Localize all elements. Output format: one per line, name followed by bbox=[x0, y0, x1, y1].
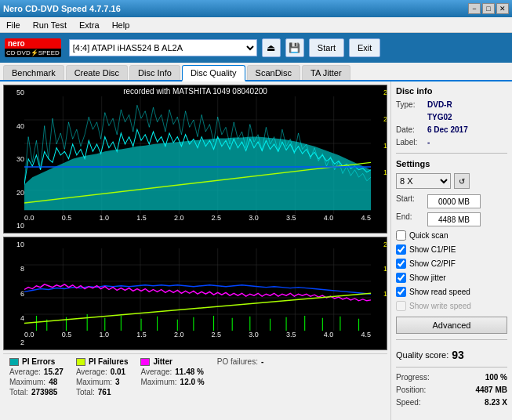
drive-select[interactable]: [4:4] ATAPI iHAS524 B AL2A bbox=[69, 39, 257, 56]
end-mb-label: End: bbox=[396, 212, 424, 226]
pi-failures-avg: 0.01 bbox=[111, 368, 125, 376]
x-3.5: 3.5 bbox=[286, 214, 296, 222]
x-1.0: 1.0 bbox=[99, 214, 109, 222]
menu-file[interactable]: File bbox=[3, 20, 24, 30]
pi-errors-title: PI Errors bbox=[22, 357, 55, 366]
end-mb-input[interactable] bbox=[427, 212, 481, 226]
tab-ta-jitter[interactable]: TA Jitter bbox=[302, 65, 350, 80]
nero-logo: nero CD·DVD⚡SPEED bbox=[5, 38, 61, 57]
show-c1pie-row[interactable]: Show C1/PIE bbox=[396, 244, 507, 255]
show-read-speed-label: Show read speed bbox=[409, 288, 470, 296]
speed-select[interactable]: 8 X bbox=[396, 173, 451, 189]
show-write-speed-label: Show write speed bbox=[409, 302, 471, 310]
top-chart-y-right: 24 20 16 12 8 4 bbox=[371, 85, 387, 233]
by-right-12: 12 bbox=[372, 290, 387, 298]
tabs-bar: Benchmark Create Disc Disc Info Disc Qua… bbox=[0, 63, 512, 81]
bottom-chart-y-left: 10 8 6 4 2 bbox=[4, 237, 24, 349]
y-right-24: 24 bbox=[372, 89, 387, 96]
show-write-speed-checkbox[interactable] bbox=[396, 301, 406, 311]
show-c2pif-label: Show C2/PIF bbox=[409, 259, 456, 268]
quality-score-row: Quality score: 93 bbox=[396, 349, 507, 361]
settings-section-label: Settings bbox=[396, 159, 507, 168]
bx-4.0: 4.0 bbox=[324, 331, 334, 339]
speed-reset-button[interactable]: ↺ bbox=[454, 173, 470, 189]
menu-extra[interactable]: Extra bbox=[76, 20, 103, 30]
eject-icon-button[interactable]: ⏏ bbox=[262, 38, 281, 57]
show-jitter-row[interactable]: Show jitter bbox=[396, 273, 507, 283]
by-right-16: 16 bbox=[372, 265, 387, 273]
show-c1pie-checkbox[interactable] bbox=[396, 244, 406, 255]
minimize-button[interactable]: − bbox=[468, 3, 481, 14]
menu-bar: File Run Test Extra Help bbox=[0, 17, 512, 33]
save-icon-button[interactable]: 💾 bbox=[285, 38, 304, 57]
quick-scan-checkbox[interactable] bbox=[396, 230, 406, 241]
menu-help[interactable]: Help bbox=[109, 20, 133, 30]
show-c2pif-row[interactable]: Show C2/PIF bbox=[396, 259, 507, 269]
y-label-40: 40 bbox=[5, 122, 24, 130]
speed-row: 8 X ↺ bbox=[396, 173, 507, 189]
x-4.0: 4.0 bbox=[324, 214, 334, 222]
speed-stat-row: Speed: 8.23 X bbox=[396, 398, 507, 407]
show-read-speed-checkbox[interactable] bbox=[396, 287, 406, 297]
by-right-20: 20 bbox=[372, 241, 387, 248]
start-mb-input[interactable] bbox=[427, 194, 481, 208]
legend-area: PI Errors Average: 15.27 Maximum: 48 Tot… bbox=[3, 353, 387, 400]
quality-score-value: 93 bbox=[452, 349, 464, 361]
pi-failures-total: 761 bbox=[98, 388, 111, 396]
pi-failures-title: PI Failures bbox=[89, 357, 129, 366]
window-title: Nero CD-DVD Speed 4.7.7.16 bbox=[3, 4, 121, 13]
start-mb-row: Start: bbox=[396, 194, 507, 208]
jitter-max: 12.0 % bbox=[180, 378, 205, 386]
by-8: 8 bbox=[5, 265, 24, 273]
show-write-speed-row[interactable]: Show write speed bbox=[396, 301, 507, 311]
bottom-chart: 10 8 6 4 2 20 16 12 8 4 bbox=[3, 237, 387, 350]
maximize-button[interactable]: □ bbox=[482, 3, 495, 14]
tab-benchmark[interactable]: Benchmark bbox=[3, 65, 64, 80]
menu-run-test[interactable]: Run Test bbox=[30, 20, 70, 30]
show-c2pif-checkbox[interactable] bbox=[396, 259, 406, 269]
bx-4.5: 4.5 bbox=[361, 331, 371, 339]
nero-logo-bottom: CD·DVD⚡SPEED bbox=[5, 49, 61, 57]
quality-score-label: Quality score: bbox=[396, 350, 448, 360]
disc-label-key: Label: bbox=[396, 138, 424, 147]
bx-1.5: 1.5 bbox=[136, 331, 147, 339]
quick-scan-row[interactable]: Quick scan bbox=[396, 230, 507, 241]
tab-scan-disc[interactable]: ScanDisc bbox=[247, 65, 300, 80]
top-chart-svg-area bbox=[24, 96, 371, 214]
by-2: 2 bbox=[5, 339, 24, 346]
tab-disc-info[interactable]: Disc Info bbox=[129, 65, 180, 80]
by-right-4: 4 bbox=[372, 339, 387, 346]
pi-errors-total: 273985 bbox=[31, 388, 57, 396]
charts-area: recorded with MATSHITA 1049 08040200 50 … bbox=[0, 81, 390, 420]
tab-disc-quality[interactable]: Disc Quality bbox=[182, 65, 245, 81]
progress-row: Progress: 100 % bbox=[396, 373, 507, 382]
disc-type-val: DVD-R bbox=[427, 100, 452, 109]
x-0.5: 0.5 bbox=[62, 214, 72, 222]
exit-button[interactable]: Exit bbox=[349, 38, 380, 57]
bx-2.0: 2.0 bbox=[174, 331, 184, 339]
bx-2.5: 2.5 bbox=[212, 331, 222, 339]
advanced-button[interactable]: Advanced bbox=[396, 317, 507, 334]
disc-media-row: TYG02 bbox=[396, 113, 507, 121]
disc-media-key bbox=[396, 113, 424, 121]
position-label: Position: bbox=[396, 386, 426, 394]
divider-2 bbox=[396, 339, 507, 340]
show-jitter-checkbox[interactable] bbox=[396, 273, 406, 283]
disc-label-row: Label: - bbox=[396, 138, 507, 147]
quick-scan-label: Quick scan bbox=[409, 231, 448, 240]
y-label-30: 30 bbox=[5, 155, 24, 163]
bottom-chart-x-axis: 0.0 0.5 1.0 1.5 2.0 2.5 3.0 3.5 4.0 4.5 bbox=[24, 331, 371, 339]
by-right-8: 8 bbox=[372, 314, 387, 322]
show-read-speed-row[interactable]: Show read speed bbox=[396, 287, 507, 297]
start-button[interactable]: Start bbox=[309, 38, 344, 57]
close-button[interactable]: ✕ bbox=[496, 3, 509, 14]
position-value: 4487 MB bbox=[475, 386, 507, 394]
title-bar: Nero CD-DVD Speed 4.7.7.16 − □ ✕ bbox=[0, 0, 512, 17]
disc-type-key: Type: bbox=[396, 100, 424, 109]
y-right-12: 12 bbox=[372, 168, 387, 176]
po-failures-val: - bbox=[261, 357, 263, 366]
tab-create-disc[interactable]: Create Disc bbox=[66, 65, 128, 80]
show-jitter-label: Show jitter bbox=[409, 273, 446, 282]
legend-pi-errors: PI Errors Average: 15.27 Maximum: 48 Tot… bbox=[9, 357, 64, 396]
by-4: 4 bbox=[5, 314, 24, 322]
